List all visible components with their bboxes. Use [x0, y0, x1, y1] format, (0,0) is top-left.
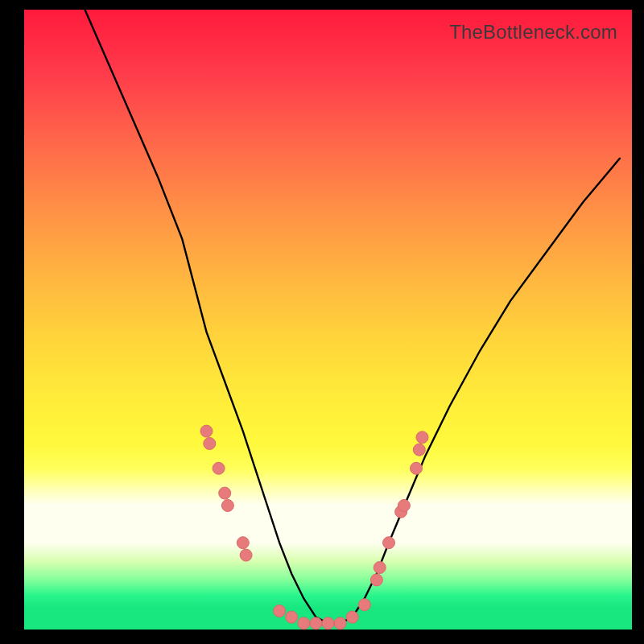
data-marker — [274, 605, 286, 617]
data-marker — [240, 549, 252, 561]
data-marker — [374, 562, 386, 574]
data-marker — [286, 611, 298, 623]
data-marker — [416, 431, 428, 444]
data-marker — [221, 500, 233, 512]
data-marker — [346, 611, 358, 623]
data-marker — [383, 537, 395, 549]
data-marker — [310, 617, 322, 630]
data-marker — [219, 487, 231, 499]
data-marker — [298, 617, 310, 630]
data-marker — [237, 537, 249, 549]
plot-area: TheBottleneck.com — [24, 10, 632, 630]
data-marker — [322, 617, 334, 630]
data-marker — [213, 462, 225, 474]
chart-svg — [24, 10, 632, 630]
data-marker — [398, 500, 410, 512]
data-marker — [413, 444, 425, 456]
data-marker — [200, 425, 213, 437]
bottleneck-curve — [85, 10, 620, 623]
data-marker — [334, 617, 346, 630]
data-marker — [411, 462, 423, 474]
data-marker — [358, 599, 370, 611]
data-markers — [200, 425, 428, 630]
chart-stage: TheBottleneck.com — [0, 0, 644, 644]
data-marker — [204, 438, 216, 450]
data-marker — [370, 574, 382, 586]
